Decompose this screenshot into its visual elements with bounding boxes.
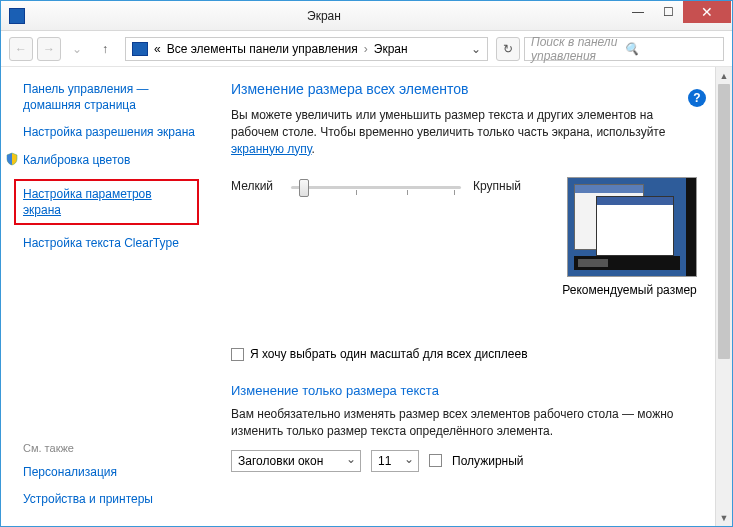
size-slider[interactable]: [291, 177, 461, 197]
slider-max-label: Крупный: [471, 177, 521, 193]
shield-icon: [5, 152, 19, 166]
window-title: Экран: [25, 9, 623, 23]
sidebar-home[interactable]: Панель управления — домашняя страница: [23, 81, 199, 113]
back-button[interactable]: ←: [9, 37, 33, 61]
scrollbar-thumb[interactable]: [718, 84, 730, 359]
main-description: Вы можете увеличить или уменьшить размер…: [231, 107, 697, 157]
preview-thumbnail: [567, 177, 697, 277]
breadcrumb-sep: ›: [364, 42, 368, 56]
control-panel-icon: [132, 42, 148, 56]
single-scale-label: Я хочу выбрать один масштаб для всех дис…: [250, 347, 528, 361]
highlighted-sidebar-item: Настройка параметров экрана: [14, 179, 199, 225]
element-select[interactable]: Заголовки окон: [231, 450, 361, 472]
text-size-description: Вам необязательно изменять размер всех э…: [231, 406, 697, 440]
breadcrumb[interactable]: « Все элементы панели управления › Экран…: [125, 37, 488, 61]
breadcrumb-item-2[interactable]: Экран: [374, 42, 408, 56]
see-also-label: См. также: [23, 442, 199, 454]
sidebar-calibration[interactable]: Калибровка цветов: [23, 152, 130, 168]
sidebar-resolution[interactable]: Настройка разрешения экрана: [23, 124, 199, 140]
app-icon: [9, 8, 25, 24]
close-button[interactable]: ✕: [683, 1, 731, 23]
bold-label: Полужирный: [452, 454, 524, 468]
minimize-button[interactable]: —: [623, 1, 653, 23]
help-icon[interactable]: ?: [688, 89, 706, 107]
sidebar-personalization[interactable]: Персонализация: [23, 464, 199, 480]
breadcrumb-dropdown-icon[interactable]: ⌄: [471, 42, 481, 56]
text-size-heading: Изменение только размера текста: [231, 383, 697, 398]
sidebar-cleartype[interactable]: Настройка текста ClearType: [23, 235, 199, 251]
vertical-scrollbar[interactable]: ▲ ▼: [715, 67, 732, 526]
magnifier-link[interactable]: экранную лупу: [231, 142, 312, 156]
main-heading: Изменение размера всех элементов: [231, 81, 697, 97]
recent-dropdown[interactable]: ⌄: [65, 37, 89, 61]
scroll-down-button[interactable]: ▼: [716, 509, 732, 526]
search-placeholder: Поиск в панели управления: [531, 35, 624, 63]
slider-min-label: Мелкий: [231, 177, 281, 193]
single-scale-checkbox[interactable]: [231, 348, 244, 361]
refresh-button[interactable]: ↻: [496, 37, 520, 61]
search-input[interactable]: Поиск в панели управления 🔍: [524, 37, 724, 61]
maximize-button[interactable]: ☐: [653, 1, 683, 23]
size-select[interactable]: 11: [371, 450, 419, 472]
sidebar-devices[interactable]: Устройства и принтеры: [23, 491, 199, 507]
search-icon: 🔍: [624, 42, 717, 56]
bold-checkbox[interactable]: [429, 454, 442, 467]
forward-button[interactable]: →: [37, 37, 61, 61]
slider-thumb[interactable]: [299, 179, 309, 197]
up-button[interactable]: ↑: [93, 37, 117, 61]
breadcrumb-item-1[interactable]: Все элементы панели управления: [167, 42, 358, 56]
sidebar-params[interactable]: Настройка параметров экрана: [23, 186, 190, 218]
breadcrumb-prefix: «: [154, 42, 161, 56]
scroll-up-button[interactable]: ▲: [716, 67, 732, 84]
recommended-label: Рекомендуемый размер: [560, 283, 700, 297]
